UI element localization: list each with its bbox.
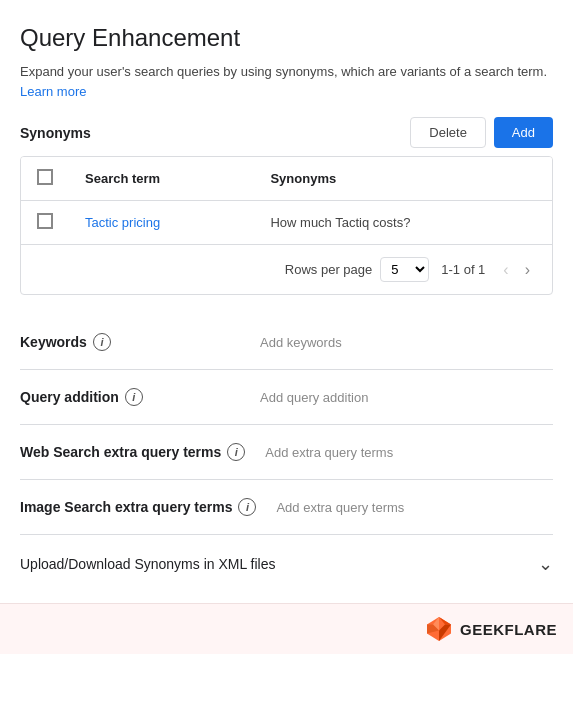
upload-title: Upload/Download Synonyms in XML files — [20, 556, 276, 572]
synonyms-table: Search term Synonyms Tactic pricing How … — [21, 157, 552, 294]
synonyms-table-container: Search term Synonyms Tactic pricing How … — [20, 156, 553, 295]
web-search-section: Web Search extra query terms i Add extra… — [20, 425, 553, 480]
web-search-info-icon[interactable]: i — [227, 443, 245, 461]
page-title: Query Enhancement — [20, 24, 553, 52]
rows-per-page-select[interactable]: 5 10 25 — [380, 257, 429, 282]
pagination-info: 1-1 of 1 — [441, 262, 485, 277]
add-button[interactable]: Add — [494, 117, 553, 148]
upload-section: Upload/Download Synonyms in XML files ⌄ — [20, 535, 553, 593]
geekflare-brand-name: GEEKFLARE — [460, 621, 557, 638]
query-addition-title: Query addition — [20, 389, 119, 405]
web-search-action[interactable]: Add extra query terms — [265, 445, 393, 460]
next-page-button[interactable]: › — [519, 259, 536, 281]
table-row: Tactic pricing How much Tactiq costs? — [21, 201, 552, 245]
delete-button[interactable]: Delete — [410, 117, 486, 148]
image-search-section: Image Search extra query terms i Add ext… — [20, 480, 553, 535]
footer: GEEKFLARE — [0, 603, 573, 654]
pagination-row: Rows per page 5 10 25 1-1 of 1 ‹ › — [21, 245, 552, 295]
synonyms-label: Synonyms — [20, 125, 91, 141]
row-checkbox[interactable] — [37, 213, 53, 229]
page-description: Expand your user's search queries by usi… — [20, 62, 553, 101]
query-addition-info-icon[interactable]: i — [125, 388, 143, 406]
keywords-title: Keywords — [20, 334, 87, 350]
synonyms-cell: How much Tactiq costs? — [254, 201, 552, 245]
geekflare-logo: GEEKFLARE — [424, 614, 557, 644]
keywords-section: Keywords i Add keywords — [20, 315, 553, 370]
search-term-link[interactable]: Tactic pricing — [85, 215, 160, 230]
image-search-info-icon[interactable]: i — [238, 498, 256, 516]
search-term-column-header: Search term — [69, 157, 254, 201]
query-addition-action[interactable]: Add query addition — [260, 390, 368, 405]
image-search-title: Image Search extra query terms — [20, 499, 232, 515]
geekflare-brand-icon — [424, 614, 454, 644]
image-search-action[interactable]: Add extra query terms — [276, 500, 404, 515]
chevron-down-icon[interactable]: ⌄ — [538, 553, 553, 575]
synonyms-column-header: Synonyms — [254, 157, 552, 201]
web-search-title: Web Search extra query terms — [20, 444, 221, 460]
prev-page-button[interactable]: ‹ — [497, 259, 514, 281]
query-addition-section: Query addition i Add query addition — [20, 370, 553, 425]
learn-more-link[interactable]: Learn more — [20, 84, 86, 99]
rows-per-page-label: Rows per page — [285, 262, 372, 277]
select-all-checkbox[interactable] — [37, 169, 53, 185]
keywords-action[interactable]: Add keywords — [260, 335, 342, 350]
keywords-info-icon[interactable]: i — [93, 333, 111, 351]
